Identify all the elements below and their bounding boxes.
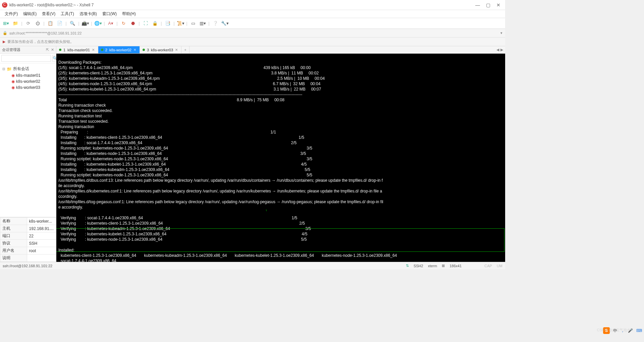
session-tree: ⊟📁 所有会话 ◉k8s-master01 ◉k8s-worker02 ◉k8s… <box>0 63 56 217</box>
tab-close-icon[interactable]: ✕ <box>175 48 178 52</box>
app-icon <box>2 2 7 8</box>
host-icon: ◉ <box>11 85 15 90</box>
tab-close-icon[interactable]: ✕ <box>133 48 136 52</box>
status-size-icon: ⊞ <box>442 264 445 268</box>
tab-close-icon[interactable]: ✕ <box>92 48 95 52</box>
property-grid: 名称k8s-worker... 主机192.168.91.... 端口22 协议… <box>0 217 56 262</box>
prop-host-value: 192.168.91.... <box>27 225 56 232</box>
sidebar-close-icon[interactable]: ✕ <box>51 48 54 52</box>
prop-port-label: 端口 <box>0 232 27 240</box>
status-net-icon: ⇅ <box>406 264 409 268</box>
status-ssh: SSH2 <box>414 264 423 268</box>
sidebar: 会话管理器 ⇱✕ 🔍 ⊟📁 所有会话 ◉k8s-master01 ◉k8s-wo… <box>0 46 56 262</box>
prop-name-value: k8s-worker... <box>27 218 56 225</box>
status-dot-icon <box>143 49 145 51</box>
prop-host-label: 主机 <box>0 225 27 232</box>
address-dropdown-icon[interactable]: ▾ <box>500 31 502 35</box>
session-item-master01[interactable]: ◉k8s-master01 <box>11 72 55 78</box>
folder-icon: 📁 <box>7 67 12 71</box>
menubar: 文件(F) 编辑(E) 查看(V) 工具(T) 选项卡(B) 窗口(W) 帮助(… <box>0 10 505 18</box>
tab-prev-icon[interactable]: ◀ <box>496 48 499 52</box>
window-title: k8s-worker02 - root@k8s-worker02:~ - Xsh… <box>9 3 475 7</box>
status-dot-icon <box>59 49 61 51</box>
address-bar: 🔒 ssh://root:***************@192.168.91.… <box>0 29 505 38</box>
sidebar-title: 会话管理器 <box>2 47 20 52</box>
prop-user-value: root <box>27 247 56 254</box>
sidebar-header: 会话管理器 ⇱✕ <box>0 46 56 54</box>
prop-name-label: 名称 <box>0 218 27 225</box>
status-cap: CAP <box>484 264 492 268</box>
menu-edit[interactable]: 编辑(E) <box>21 10 39 17</box>
tab-add-button[interactable]: ＋ <box>181 46 190 53</box>
disconnect-icon[interactable]: ⏻ <box>34 19 42 27</box>
prop-proto-label: 协议 <box>0 240 27 247</box>
prop-proto-value: SSH <box>27 240 56 247</box>
tab-next-icon[interactable]: ▶ <box>500 48 503 52</box>
fullscreen-icon[interactable]: ⛶ <box>142 19 150 27</box>
prop-desc-value <box>27 254 56 262</box>
toolbar: ⊞▾ 📁 | ⟳ ⏻ | 📋 📄 | 🔍 | 📠▾ | 🌐▾ | A▾ | ↻ … <box>0 18 505 29</box>
prop-port-value: 22 <box>27 232 56 240</box>
terminal[interactable]: Downloading Packages: (1/5): socat-1.7.4… <box>56 54 505 262</box>
help-icon[interactable]: ❔ <box>211 19 219 27</box>
menu-help[interactable]: 帮助(H) <box>120 10 138 17</box>
reconnect-icon[interactable]: ⟳ <box>24 19 32 27</box>
menu-view[interactable]: 查看(V) <box>40 10 57 17</box>
menu-file[interactable]: 文件(F) <box>3 10 20 17</box>
statusbar: ssh://root@192.168.91.101:22 ⇅ SSH2 xter… <box>0 262 505 269</box>
session-filter-input[interactable] <box>1 55 51 62</box>
minimize-button[interactable]: — <box>475 2 480 8</box>
refresh-icon[interactable]: ↻ <box>119 19 127 27</box>
lock-icon[interactable]: 🔒 <box>151 19 159 27</box>
new-session-icon[interactable]: ⊞▾ <box>2 19 10 27</box>
flag-icon[interactable]: ▶ <box>3 40 5 44</box>
tree-root[interactable]: ⊟📁 所有会话 <box>1 65 55 72</box>
menu-tools[interactable]: 工具(T) <box>59 10 76 17</box>
prop-desc-label: 说明 <box>0 254 27 262</box>
tab-worker02[interactable]: 2k8s-worker02✕ <box>98 46 140 53</box>
hint-text: 要添加当前会话，点击左侧的箭头按钮。 <box>7 39 74 44</box>
font-icon[interactable]: A▾ <box>107 19 115 27</box>
prop-user-label: 用户名 <box>0 247 27 254</box>
titlebar: k8s-worker02 - root@k8s-worker02:~ - Xsh… <box>0 0 505 10</box>
hint-bar: ▶ 要添加当前会话，点击左侧的箭头按钮。 <box>0 38 505 46</box>
properties-icon[interactable]: 📠▾ <box>81 19 89 27</box>
status-term: xterm <box>428 264 437 268</box>
padlock-icon: 🔒 <box>3 31 7 35</box>
layout2-icon[interactable]: ▥▾ <box>199 19 207 27</box>
host-icon: ◉ <box>11 79 15 84</box>
script-icon[interactable]: 📜▾ <box>176 19 184 27</box>
tab-worker03[interactable]: 3k8s-worker03✕ <box>140 46 181 53</box>
session-item-worker02[interactable]: ◉k8s-worker02 <box>11 78 55 84</box>
stop-icon[interactable]: ⬣ <box>129 19 137 27</box>
paste-icon[interactable]: 📄 <box>56 19 64 27</box>
transfer-icon[interactable]: 📑 <box>164 19 172 27</box>
copy-icon[interactable]: 📋 <box>46 19 54 27</box>
session-item-worker03[interactable]: ◉k8s-worker03 <box>11 84 55 91</box>
close-button[interactable]: ✕ <box>496 2 500 8</box>
menu-tabs[interactable]: 选项卡(B) <box>77 10 99 17</box>
open-icon[interactable]: 📁 <box>11 19 19 27</box>
status-dot-icon <box>101 49 103 51</box>
status-address: ssh://root@192.168.91.101:22 <box>3 264 52 268</box>
tab-row: 1k8s-master01✕ 2k8s-worker02✕ 3k8s-worke… <box>56 46 505 54</box>
tab-master01[interactable]: 1k8s-master01✕ <box>56 46 98 53</box>
menu-window[interactable]: 窗口(W) <box>100 10 119 17</box>
status-size: 186x41 <box>449 264 462 268</box>
address-text[interactable]: ssh://root:***************@192.168.91.10… <box>9 31 498 35</box>
search-icon[interactable]: 🔍 <box>68 19 76 27</box>
globe-icon[interactable]: 🌐▾ <box>94 19 102 27</box>
status-num: UM <box>497 264 502 268</box>
layout1-icon[interactable]: ▭ <box>189 19 197 27</box>
maximize-button[interactable]: ▢ <box>486 2 490 8</box>
about-icon[interactable]: 🔧▾ <box>221 19 229 27</box>
pin-icon[interactable]: ⇱ <box>46 48 49 52</box>
host-icon: ◉ <box>11 73 15 78</box>
